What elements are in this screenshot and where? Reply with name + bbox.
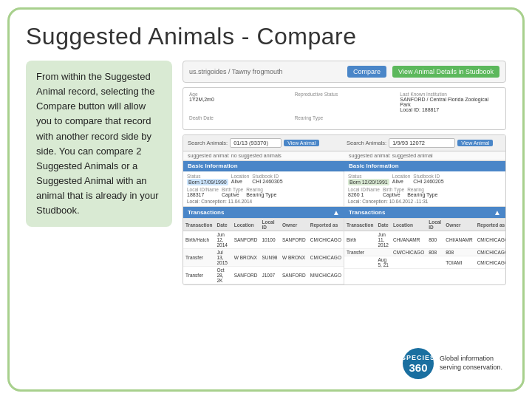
basic-info-data: StatusBorn 17/09/1990 LocationAlive Stud… [183, 171, 505, 207]
page-title: Suggested Animals - Compare [26, 23, 506, 50]
trans-collapse-right[interactable]: ▲ [494, 208, 501, 216]
trans-headers: Transactions ▲ Transactions ▲ [183, 207, 505, 218]
left-location: Alive [231, 179, 250, 184]
col-location-r: Location [391, 219, 426, 231]
suggested-label-row: suggested animal: no suggested animals s… [183, 151, 505, 161]
basic-info-header-left: Basic Information [183, 161, 344, 171]
table-row: Transfer Oct 28, 2K SANFORD J1007 SANFOR… [183, 267, 344, 284]
search-left-input[interactable] [230, 138, 282, 148]
trans-collapse-left[interactable]: ▲ [332, 208, 340, 216]
rearing-label: Rearing Type [295, 115, 395, 120]
basic-info-right: StatusBorn 12/20/1991 LocationAlive Stud… [344, 171, 505, 206]
view-animal-left-button[interactable]: View Animal [284, 140, 319, 146]
left-rearing: Bearing Type [246, 192, 276, 197]
basic-info-left: StatusBorn 17/09/1990 LocationAlive Stud… [183, 171, 344, 206]
screenshot-area: us.strigoides / Tawny frogmouth Compare … [183, 61, 506, 285]
logo-tagline: Global information serving conservation. [440, 355, 506, 372]
age-value: 1Y2M,2m0 [189, 97, 289, 102]
table-row: Birth Jun 11, 2012 CHI/ANAMR 800 CHI/ANA… [344, 231, 505, 249]
trans-right: Transaction Date Location Local ID Owner… [344, 219, 505, 284]
trans-left: Transaction Date Location Local ID Owner… [183, 219, 344, 284]
right-dam: Local: Conception: 10.04.2012 -11:31 [348, 199, 502, 204]
table-row: Transfer Jul 13, 2015 W BRONX SUN98 W BR… [183, 249, 344, 267]
institution-label: Last Known Institution [400, 92, 499, 97]
compare-button[interactable]: Compare [347, 66, 386, 78]
bottom-logo: SPECIES 360 Global information serving c… [403, 348, 506, 379]
search-right-input[interactable] [389, 138, 455, 148]
repro-label: Reproductive Status [295, 92, 395, 97]
view-animal-button[interactable]: View Animal Details in Studbook [392, 66, 499, 78]
col-reported: Reported as [308, 219, 344, 231]
table-row: Aug 5, 21 TOIAMI CM/CHICAGO [344, 256, 505, 269]
trans-table-left: Transaction Date Location Local ID Owner… [183, 219, 344, 284]
search-right-label: Search Animals: [347, 140, 386, 146]
description-box: From within the Suggested Animal record,… [26, 61, 172, 227]
species360-logo: SPECIES 360 [403, 348, 434, 379]
institution-value: SANFORD / Central Florida Zoological Par… [400, 97, 499, 107]
table-row: Transfer CM/CHICAGO 808 808 CM/CHICAGO [344, 249, 505, 256]
right-local: 8260 1 [348, 192, 380, 197]
right-status: Born 12/20/1991 [348, 179, 389, 185]
col-date-r: Date [375, 219, 390, 231]
trans-table-right: Transaction Date Location Local ID Owner… [344, 219, 505, 269]
col-transaction: Transaction [183, 219, 214, 231]
suggested-left: suggested animal: no suggested animals [183, 151, 344, 160]
suggested-right: suggested animal: suggested animal [344, 151, 505, 160]
col-date: Date [214, 219, 231, 231]
search-left-label: Search Animals: [188, 140, 228, 146]
basic-info-headers: Basic Information Basic Information [183, 161, 505, 171]
col-reported-r: Reported as [475, 219, 505, 231]
age-label: Age [189, 92, 289, 97]
view-animal-right-button[interactable]: View Animal [457, 140, 493, 146]
left-status: Born 17/09/1990 [187, 179, 228, 185]
repro-value [295, 97, 395, 102]
right-date: CHI 2460205 [413, 179, 443, 184]
breadcrumb: us.strigoides / Tawny frogmouth [189, 68, 341, 75]
death-date-label: Death Date [189, 115, 289, 120]
basic-info-header-right: Basic Information [344, 161, 505, 171]
left-date: CHI 2460305 [252, 179, 282, 184]
local-id-value: Local ID: 188817 [400, 107, 499, 112]
description-text: From within the Suggested Animal record,… [36, 71, 158, 216]
right-rearing: Bearing Type [407, 192, 437, 197]
col-owner: Owner [280, 219, 308, 231]
left-local: 188317 [187, 192, 219, 197]
main-card: Suggested Animals - Compare From within … [7, 7, 525, 392]
main-content: From within the Suggested Animal record,… [26, 61, 506, 285]
animal-info-grid: Age 1Y2M,2m0 Reproductive Status Last Kn… [183, 87, 506, 130]
left-dam: Local: Conception: 11.04.2014 [187, 199, 340, 204]
left-birth: Captive [222, 192, 243, 197]
compare-panel: Search Animals: View Animal Search Anima… [183, 134, 506, 285]
col-location: Location [232, 219, 260, 231]
col-localid-r: Local ID [426, 219, 443, 231]
compare-search-row: Search Animals: View Animal Search Anima… [183, 135, 505, 151]
right-birth: Captive [383, 192, 404, 197]
table-row: Birth/Hatch Jun 12, 2014 SANFORD 10100 S… [183, 231, 344, 249]
trans-header-left: Transactions ▲ [183, 207, 344, 218]
col-localid: Local ID [259, 219, 279, 231]
top-bar: us.strigoides / Tawny frogmouth Compare … [183, 61, 506, 83]
transactions-data: Transaction Date Location Local ID Owner… [183, 218, 505, 284]
col-owner-r: Owner [443, 219, 474, 231]
trans-header-right: Transactions ▲ [344, 207, 505, 218]
right-location: Alive [392, 179, 411, 184]
col-transaction-r: Transaction [344, 219, 375, 231]
logo-number: 360 [409, 362, 427, 373]
